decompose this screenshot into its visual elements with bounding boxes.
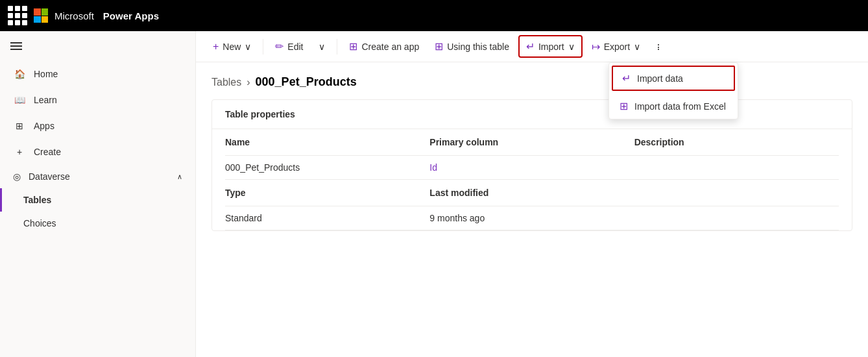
using-table-label: Using this table (447, 42, 509, 52)
edit-chevron-button[interactable]: ∨ (312, 38, 332, 56)
main-layout: 🏠 Home 📖 Learn ⊞ Apps + Create ◎ Dataver… (0, 31, 868, 357)
sidebar-tables-label: Tables (23, 195, 51, 205)
learn-icon: 📖 (13, 93, 26, 106)
table-data-row-2: Standard 9 months ago (225, 206, 839, 230)
col-primary-header: Primary column (429, 137, 634, 147)
col-name-header: Name (225, 137, 429, 147)
sidebar-item-home[interactable]: 🏠 Home (0, 61, 195, 87)
table-type-value: Standard (225, 213, 429, 223)
table-header-row: Name Primary column Description (225, 129, 839, 156)
table-description-value (634, 162, 839, 173)
edit-label: Edit (287, 42, 303, 52)
app-name: Power Apps (103, 10, 159, 21)
toolbar-divider-1 (263, 39, 263, 55)
sidebar-apps-label: Apps (34, 121, 54, 131)
create-icon: + (13, 145, 26, 158)
import-chevron-icon: ∨ (568, 42, 575, 52)
import-button[interactable]: ↵ Import ∨ (518, 35, 583, 58)
sidebar-item-apps[interactable]: ⊞ Apps (0, 113, 195, 139)
home-icon: 🏠 (13, 68, 26, 80)
dataverse-icon: ◎ (13, 171, 21, 182)
import-icon: ↵ (526, 40, 535, 53)
export-chevron-icon: ∨ (634, 42, 640, 52)
topbar: Microsoft Power Apps (0, 0, 868, 31)
table-properties-body: Name Primary column Description 000_Pet_… (212, 129, 852, 230)
import-excel-item[interactable]: ⊞ Import data from Excel (609, 93, 738, 119)
col-type-header: Type (225, 188, 429, 198)
apps-icon: ⊞ (13, 119, 26, 132)
sidebar-choices-label: Choices (23, 218, 56, 228)
sidebar-home-label: Home (34, 69, 58, 79)
edit-pencil-icon: ✏ (275, 40, 283, 53)
import-excel-label: Import data from Excel (634, 101, 726, 112)
breadcrumb: Tables › 000_Pet_Products (211, 75, 852, 89)
using-table-button[interactable]: ⊞ Using this table (428, 36, 516, 56)
edit-button[interactable]: ✏ Edit (269, 36, 309, 56)
sidebar: 🏠 Home 📖 Learn ⊞ Apps + Create ◎ Dataver… (0, 31, 196, 357)
dataverse-chevron-icon: ∧ (177, 173, 182, 181)
col-empty-header (634, 188, 839, 198)
import-data-item[interactable]: ↵ Import data (612, 66, 735, 91)
new-plus-icon: + (213, 41, 219, 53)
table-primary-col-value: Id (429, 162, 634, 173)
sidebar-item-dataverse[interactable]: ◎ Dataverse ∧ (0, 165, 195, 188)
new-button[interactable]: + New ∨ (206, 37, 258, 56)
sidebar-create-label: Create (34, 147, 61, 157)
table-properties-section: Table properties Name Primary column Des… (211, 99, 852, 231)
main-content: + New ∨ ✏ Edit ∨ ⊞ Create an app ⊞ Using… (196, 31, 868, 357)
using-table-icon: ⊞ (435, 40, 443, 53)
breadcrumb-parent[interactable]: Tables (211, 77, 241, 88)
new-label: New (223, 42, 241, 52)
export-button[interactable]: ↦ Export ∨ (585, 36, 647, 56)
col-description-header: Description (634, 137, 839, 147)
export-icon: ↦ (592, 40, 600, 53)
breadcrumb-separator: › (247, 77, 250, 88)
sidebar-item-tables[interactable]: Tables (0, 188, 195, 212)
export-label: Export (604, 42, 630, 52)
table-row2-col3 (634, 213, 839, 223)
more-options-button[interactable]: ⫶ (649, 38, 667, 56)
apps-grid-icon[interactable] (8, 6, 27, 25)
sidebar-item-choices[interactable]: Choices (0, 212, 195, 235)
create-app-button[interactable]: ⊞ Create an app (343, 36, 426, 56)
hamburger-button[interactable] (0, 31, 195, 61)
breadcrumb-current: 000_Pet_Products (256, 75, 357, 89)
create-app-label: Create an app (361, 42, 419, 52)
import-dropdown-menu: ↵ Import data ⊞ Import data from Excel (609, 62, 738, 119)
table-properties-title: Table properties (212, 100, 852, 129)
sidebar-item-learn[interactable]: 📖 Learn (0, 87, 195, 113)
sidebar-learn-label: Learn (34, 95, 57, 105)
content-area: Tables › 000_Pet_Products Table properti… (196, 62, 868, 357)
new-chevron-icon: ∨ (245, 42, 251, 52)
table-last-modified-value: 9 months ago (429, 213, 634, 223)
more-options-icon: ⫶ (656, 42, 660, 52)
sidebar-item-create[interactable]: + Create (0, 139, 195, 165)
import-label: Import (538, 42, 564, 52)
create-app-icon: ⊞ (349, 40, 357, 53)
import-data-icon: ↵ (622, 72, 631, 84)
sidebar-dataverse-label: Dataverse (29, 171, 70, 182)
table-name-value: 000_Pet_Products (225, 162, 429, 173)
col-last-modified-header: Last modified (429, 188, 634, 198)
import-excel-icon: ⊞ (620, 100, 628, 112)
microsoft-logo (34, 8, 48, 23)
toolbar: + New ∨ ✏ Edit ∨ ⊞ Create an app ⊞ Using… (196, 31, 868, 62)
company-name: Microsoft (54, 10, 94, 21)
import-data-label: Import data (637, 73, 683, 84)
table-header-row-2: Type Last modified (225, 180, 839, 206)
table-data-row-1: 000_Pet_Products Id (225, 156, 839, 180)
edit-chevron-icon: ∨ (319, 42, 325, 52)
toolbar-divider-2 (337, 39, 337, 55)
